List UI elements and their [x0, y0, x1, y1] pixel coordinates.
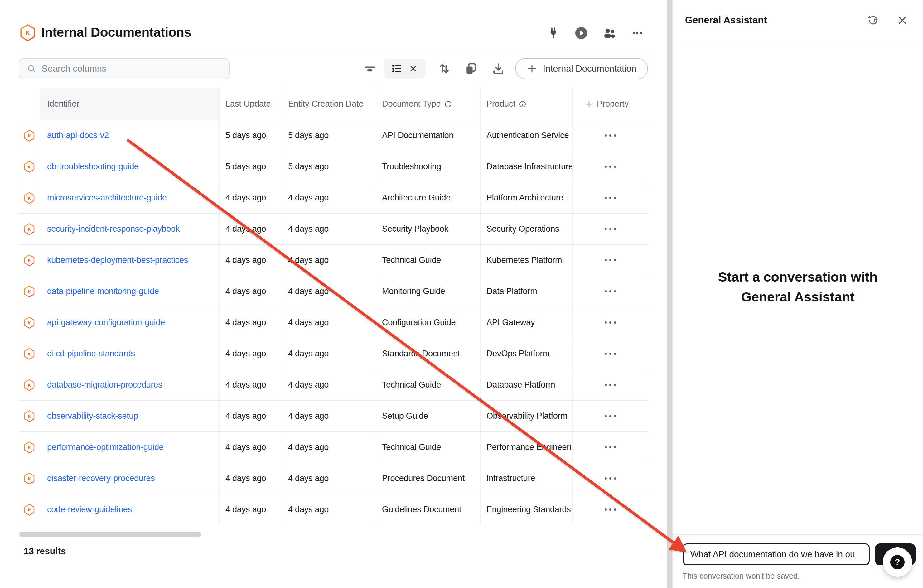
identifier-link[interactable]: auth-api-docs-v2	[47, 131, 109, 140]
doc-icon-cell: K	[19, 307, 39, 338]
create-internal-documentation-button[interactable]: Internal Documentation	[515, 58, 648, 79]
last-update-cell: 4 days ago	[219, 245, 282, 276]
identifier-link[interactable]: disaster-recovery-procedures	[47, 473, 155, 483]
identifier-link[interactable]: api-gateway-configuration-guide	[47, 318, 165, 327]
filter-icon[interactable]	[362, 61, 378, 77]
row-actions-cell	[572, 338, 648, 369]
column-header-product[interactable]: Product	[480, 88, 572, 120]
identifier-link[interactable]: kubernetes-deployment-best-practices	[47, 255, 188, 265]
info-icon	[444, 100, 452, 108]
last-update-cell: 4 days ago	[219, 432, 282, 463]
assistant-disclaimer: This conversation won't be saved.	[683, 572, 800, 580]
entity-creation-date-cell: 4 days ago	[282, 432, 376, 463]
identifier-link[interactable]: database-migration-procedures	[47, 380, 162, 390]
search-box[interactable]	[19, 58, 230, 79]
row-actions-cell	[572, 494, 648, 525]
doc-icon-cell: K	[19, 182, 39, 213]
entity-creation-date-cell: 4 days ago	[282, 245, 376, 276]
identifier-link[interactable]: security-incident-response-playbook	[47, 224, 180, 234]
column-header-entity-creation-date[interactable]: Entity Creation Date	[282, 88, 376, 120]
hexagon-k-icon: K	[23, 130, 36, 142]
identifier-link[interactable]: db-troubleshooting-guide	[47, 162, 139, 171]
column-header-document-type[interactable]: Document Type	[376, 88, 480, 120]
horizontal-scrollbar[interactable]	[19, 532, 201, 537]
identifier-link[interactable]: microservices-architecture-guide	[47, 193, 167, 203]
row-actions-button[interactable]	[601, 255, 620, 265]
table-row: K microservices-architecture-guide 4 day…	[19, 182, 648, 214]
row-actions-button[interactable]	[601, 162, 620, 171]
list-view-icon	[391, 63, 402, 74]
table-row: K observability-stack-setup 4 days ago 4…	[19, 401, 648, 432]
doc-icon-cell: K	[19, 245, 39, 276]
entity-creation-date-cell: 4 days ago	[282, 463, 376, 494]
row-actions-button[interactable]	[601, 131, 620, 140]
hexagon-k-icon: K	[23, 285, 36, 298]
row-actions-button[interactable]	[601, 505, 620, 514]
plug-icon[interactable]	[546, 26, 560, 40]
assistant-panel: General Assistant Start a conversation w…	[672, 0, 923, 588]
play-circle-icon[interactable]	[574, 26, 588, 40]
table-row: K disaster-recovery-procedures 4 days ag…	[19, 463, 648, 494]
assistant-header-icons	[867, 14, 909, 26]
header-actions	[546, 26, 644, 40]
identifier-link[interactable]: observability-stack-setup	[47, 411, 138, 421]
close-icon[interactable]	[896, 14, 909, 26]
hexagon-k-icon: K	[23, 472, 36, 485]
reset-icon[interactable]	[867, 14, 879, 26]
row-actions-button[interactable]	[601, 473, 620, 483]
doc-icon-cell: K	[19, 120, 39, 151]
table-row: K db-troubleshooting-guide 5 days ago 5 …	[19, 151, 648, 182]
document-type-cell: Architecture Guide	[376, 182, 480, 213]
view-switcher-chip[interactable]	[384, 59, 425, 79]
last-update-cell: 4 days ago	[219, 182, 282, 213]
document-type-cell: Monitoring Guide	[376, 276, 480, 307]
identifier-link[interactable]: ci-cd-pipeline-standards	[47, 349, 135, 358]
last-update-cell: 4 days ago	[219, 463, 282, 494]
row-actions-button[interactable]	[601, 380, 620, 390]
table-row: K database-migration-procedures 4 days a…	[19, 370, 648, 401]
row-actions-button[interactable]	[601, 411, 620, 421]
identifier-link[interactable]: performance-optimization-guide	[47, 442, 164, 452]
last-update-cell: 4 days ago	[219, 307, 282, 338]
hexagon-k-icon: K	[23, 161, 36, 173]
hexagon-k-icon: K	[23, 504, 36, 516]
copy-icon[interactable]	[463, 61, 479, 77]
svg-text:K: K	[28, 352, 31, 356]
vertical-scrollbar[interactable]	[667, 0, 672, 588]
column-header-last-update[interactable]: Last Update	[219, 88, 282, 120]
row-actions-button[interactable]	[601, 318, 620, 327]
hexagon-k-icon: K	[23, 254, 36, 266]
row-actions-button[interactable]	[601, 224, 620, 234]
row-actions-button[interactable]	[601, 286, 620, 296]
add-property-button[interactable]: Property	[572, 88, 648, 120]
svg-text:K: K	[28, 258, 31, 263]
search-input[interactable]	[42, 64, 222, 74]
row-actions-button[interactable]	[601, 442, 620, 452]
last-update-cell: 4 days ago	[219, 401, 282, 432]
search-icon	[27, 64, 36, 74]
help-widget-button[interactable]: ?	[883, 547, 912, 577]
identifier-link[interactable]: code-review-guidelines	[47, 505, 132, 514]
table-body: K auth-api-docs-v2 5 days ago 5 days ago…	[19, 120, 648, 526]
documents-table: Identifier Last Update Entity Creation D…	[19, 88, 648, 526]
more-icon[interactable]	[631, 26, 644, 40]
table-row: K auth-api-docs-v2 5 days ago 5 days ago…	[19, 120, 648, 151]
row-actions-button[interactable]	[601, 193, 620, 203]
svg-text:K: K	[28, 165, 31, 169]
question-mark-icon: ?	[890, 555, 905, 569]
download-icon[interactable]	[490, 61, 506, 77]
assistant-panel-title: General Assistant	[685, 15, 767, 26]
table-row: K kubernetes-deployment-best-practices 4…	[19, 245, 648, 276]
close-view-icon[interactable]	[409, 64, 418, 73]
empty-state-line1: Start a conversation with	[673, 267, 923, 287]
row-actions-button[interactable]	[601, 349, 620, 358]
sort-icon[interactable]	[436, 61, 452, 77]
svg-text:K: K	[28, 321, 31, 325]
svg-text:K: K	[28, 290, 31, 294]
assistant-message-input[interactable]	[683, 544, 870, 565]
entity-creation-date-cell: 4 days ago	[282, 401, 376, 432]
identifier-link[interactable]: data-pipeline-monitoring-guide	[47, 286, 159, 296]
users-icon[interactable]	[603, 26, 616, 40]
product-cell: Authentication Service	[480, 120, 572, 151]
column-header-identifier[interactable]: Identifier	[39, 88, 219, 120]
